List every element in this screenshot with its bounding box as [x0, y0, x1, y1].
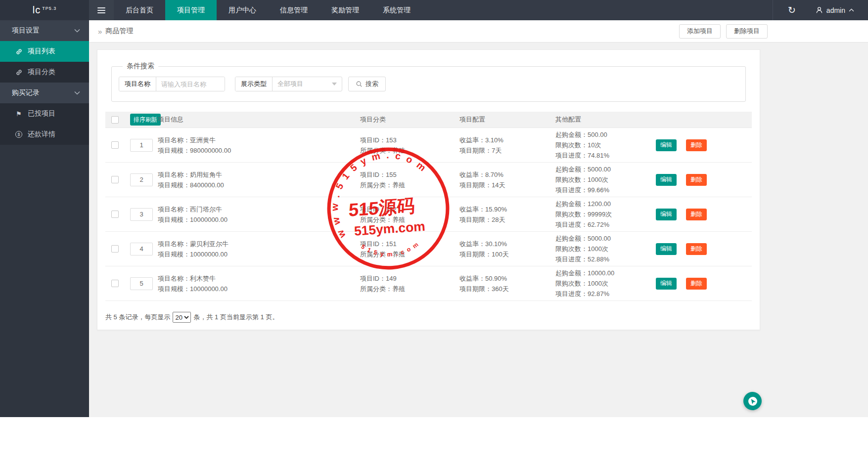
project-table: 排序刷新 项目信息 项目分类 项目配置 其他配置 项目名称：亚洲黄牛 项目规模：…: [105, 112, 752, 301]
project-id: 151: [386, 240, 397, 248]
refresh-icon: ↻: [788, 4, 796, 16]
project-term: 360天: [492, 285, 509, 293]
sidebar-item-label: 项目分类: [28, 68, 55, 77]
project-name: 奶用短角牛: [190, 171, 222, 178]
chevron-down-icon: [74, 29, 80, 33]
project-term: 100天: [492, 251, 509, 258]
topbar-right: ↻ admin: [773, 0, 868, 20]
edit-button[interactable]: 编辑: [656, 174, 677, 186]
purchase-limit: 1000次: [588, 176, 608, 183]
nav-project-management[interactable]: 项目管理: [165, 0, 217, 20]
sidebar-item-project-list[interactable]: 项目列表: [0, 41, 89, 62]
sort-order-input[interactable]: [130, 173, 153, 186]
chevron-up-icon: [849, 8, 854, 12]
main-content: » 商品管理 添加项目 删除项目 条件搜索 项目名称 展示类型: [89, 20, 868, 417]
sidebar-toggle-button[interactable]: [89, 0, 114, 20]
project-term: 7天: [492, 147, 502, 154]
content-header: » 商品管理 添加项目 删除项目: [89, 20, 868, 42]
sort-order-input[interactable]: [130, 139, 153, 152]
project-category: 养殖: [392, 181, 405, 189]
page-actions: 添加项目 删除项目: [679, 24, 768, 39]
sidebar-item-repayment-details[interactable]: $ 还款详情: [0, 124, 89, 145]
floating-action-button[interactable]: [743, 392, 762, 410]
delete-button[interactable]: 删除: [686, 174, 707, 186]
min-amount: 500.00: [588, 131, 607, 138]
row-checkbox[interactable]: [111, 280, 119, 287]
nav-user-center[interactable]: 用户中心: [217, 0, 268, 20]
project-category: 养殖: [392, 251, 405, 258]
delete-button[interactable]: 删除: [686, 243, 707, 255]
min-amount: 5000.00: [588, 235, 611, 242]
pagination: 共 5 条记录，每页显示 20 条，共 1 页当前显示第 1 页。: [105, 308, 752, 323]
search-button[interactable]: 搜索: [348, 77, 386, 91]
yield-rate: 3.10%: [485, 136, 503, 144]
row-checkbox[interactable]: [111, 141, 119, 149]
sidebar: 项目设置 项目列表 项目分类 购买记录 ⚑ 已投项目 $ 还款详情: [0, 20, 89, 417]
sidebar-group-label: 项目设置: [12, 26, 40, 35]
project-category: 养殖: [392, 147, 405, 154]
search-panel-legend: 条件搜索: [123, 62, 158, 71]
project-progress: 92.87%: [588, 290, 609, 297]
delete-button[interactable]: 删除: [686, 139, 707, 151]
row-checkbox[interactable]: [111, 211, 119, 218]
nav-home[interactable]: 后台首页: [114, 0, 165, 20]
edit-button[interactable]: 编辑: [656, 278, 677, 290]
pagination-prefix: 共 5 条记录，每页显示: [105, 313, 170, 322]
row-checkbox[interactable]: [111, 245, 119, 253]
purchase-limit: 1000次: [588, 245, 608, 253]
project-name-input[interactable]: [156, 77, 225, 91]
display-type-select[interactable]: 全部项目: [273, 77, 342, 91]
project-progress: 62.72%: [588, 221, 609, 228]
hamburger-icon: [97, 7, 105, 8]
row-checkbox[interactable]: [111, 176, 119, 183]
sort-order-input[interactable]: [130, 277, 153, 290]
header-project-info: 项目信息: [158, 115, 360, 124]
nav-info-management[interactable]: 信息管理: [268, 0, 320, 20]
table-row: 项目名称：亚洲黄牛 项目规模：980000000.00 项目ID：153 所属分…: [105, 128, 752, 163]
sort-refresh-button[interactable]: 排序刷新: [130, 114, 161, 126]
search-panel: 条件搜索 项目名称 展示类型 全部项目: [111, 62, 746, 102]
admin-app: lcTP5.3 后台首页 项目管理 用户中心 信息管理 奖励管理 系统管理 ↻ …: [0, 0, 868, 417]
project-name: 亚洲黄牛: [190, 136, 216, 144]
sidebar-group-project-settings[interactable]: 项目设置: [0, 20, 89, 41]
header-project-category: 项目分类: [360, 115, 459, 124]
header-project-config: 项目配置: [459, 115, 555, 124]
chevron-down-icon: [74, 91, 80, 95]
project-name: 利木赞牛: [190, 275, 216, 282]
edit-button[interactable]: 编辑: [656, 243, 677, 255]
page-size-select[interactable]: 20: [173, 312, 191, 323]
nav-system-management[interactable]: 系统管理: [371, 0, 422, 20]
table-row: 项目名称：西门塔尔牛 项目规模：10000000.00 项目ID：152 所属分…: [105, 197, 752, 232]
user-icon: [816, 6, 823, 14]
select-all-checkbox[interactable]: [111, 116, 119, 124]
project-id: 153: [386, 136, 397, 144]
sort-order-input[interactable]: [130, 243, 153, 255]
delete-button[interactable]: 删除: [686, 209, 707, 220]
min-amount: 10000.00: [588, 269, 614, 277]
sidebar-item-invested-projects[interactable]: ⚑ 已投项目: [0, 103, 89, 124]
link-icon: [15, 69, 23, 76]
table-row: 项目名称：蒙贝利亚尔牛 项目规模：10000000.00 项目ID：151 所属…: [105, 232, 752, 266]
search-icon: [356, 81, 363, 87]
nav-reward-management[interactable]: 奖励管理: [320, 0, 371, 20]
sidebar-item-project-category[interactable]: 项目分类: [0, 62, 89, 83]
purchase-limit: 10次: [588, 141, 601, 149]
sort-order-input[interactable]: [130, 208, 153, 221]
add-project-button[interactable]: 添加项目: [679, 24, 721, 39]
delete-button[interactable]: 删除: [686, 278, 707, 290]
edit-button[interactable]: 编辑: [656, 139, 677, 151]
project-term: 28天: [492, 216, 505, 223]
edit-button[interactable]: 编辑: [656, 209, 677, 220]
min-amount: 5000.00: [588, 166, 611, 173]
table-row: 项目名称：利木赞牛 项目规模：10000000.00 项目ID：149 所属分类…: [105, 266, 752, 301]
sidebar-group-purchase-records[interactable]: 购买记录: [0, 83, 89, 103]
display-type-value: 全部项目: [277, 80, 332, 88]
admin-menu[interactable]: admin: [811, 0, 868, 20]
sidebar-item-label: 已投项目: [28, 109, 55, 118]
yield-rate: 15.90%: [485, 206, 507, 213]
refresh-button[interactable]: ↻: [773, 0, 811, 20]
project-id: 155: [386, 171, 397, 178]
project-id: 152: [386, 206, 397, 213]
delete-project-button[interactable]: 删除项目: [726, 24, 768, 39]
topbar: lcTP5.3 后台首页 项目管理 用户中心 信息管理 奖励管理 系统管理 ↻ …: [0, 0, 868, 20]
